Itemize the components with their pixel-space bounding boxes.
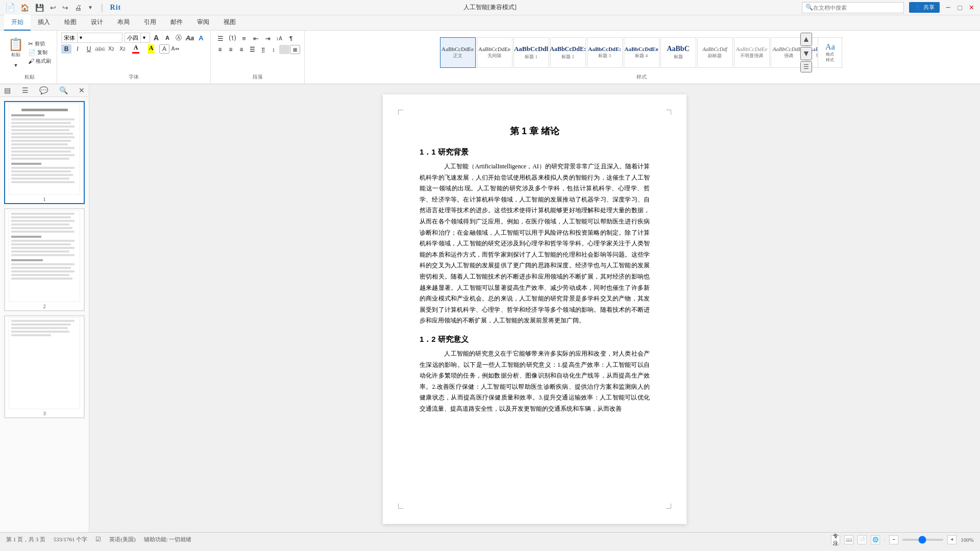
gallery-scroll-up[interactable]: ▲	[800, 33, 813, 46]
show-marks-button[interactable]: ¶	[285, 33, 297, 44]
shading-button[interactable]	[279, 45, 289, 54]
italic-button[interactable]: I	[72, 44, 83, 54]
style-item-h3[interactable]: AaBbCcDdE:标题 3	[587, 37, 623, 68]
panel-comments-view[interactable]: 💬	[39, 86, 48, 94]
sort-button[interactable]: ↕A	[274, 33, 285, 44]
tab-layout[interactable]: 布局	[110, 15, 137, 31]
page-thumb-2[interactable]: 2	[4, 208, 85, 311]
align-left-button[interactable]: ≡	[215, 45, 225, 54]
tab-mail[interactable]: 邮件	[163, 15, 190, 31]
style-item-subtitle[interactable]: AaBbCcDdf副标题	[697, 37, 733, 68]
page-thumb-1[interactable]: 1	[4, 101, 85, 204]
format-painter-button[interactable]: 🖌 格式刷	[27, 57, 53, 65]
strikethrough-button[interactable]: abc	[95, 44, 105, 54]
change-case-button[interactable]: Aa	[185, 33, 195, 42]
focus-button[interactable]: 专注	[831, 535, 840, 544]
spell-check-icon: ☑	[95, 536, 101, 543]
align-center-button[interactable]: ≡	[226, 45, 236, 54]
font-color-btn[interactable]: A	[129, 44, 143, 54]
increase-indent-button[interactable]: ⇥	[262, 33, 273, 44]
panel-search[interactable]: 🔍	[59, 86, 68, 94]
superscript-button[interactable]: X2	[117, 44, 128, 54]
qa-redo[interactable]: ↪	[61, 4, 69, 12]
zoom-in-button[interactable]: +	[947, 535, 957, 544]
tab-design[interactable]: 设计	[84, 15, 110, 31]
tab-insert[interactable]: 插入	[31, 15, 57, 31]
text-border-button[interactable]: A	[159, 44, 169, 54]
qa-save[interactable]: 💾	[34, 4, 45, 12]
share-button[interactable]: 👤 共享	[909, 2, 940, 13]
clear-format-button[interactable]: Ⓐ	[174, 33, 184, 42]
tab-references[interactable]: 引用	[137, 15, 163, 31]
qa-undo[interactable]: ↩	[49, 4, 57, 12]
page-view-button[interactable]: 📄	[857, 535, 867, 544]
panel-thumb-view[interactable]: ▤	[4, 86, 11, 94]
tab-draw[interactable]: 绘图	[57, 15, 84, 31]
style-item-no-spacing[interactable]: AaBbCcDdEe无间隔	[477, 37, 512, 68]
paste-button[interactable]: 📋 粘贴	[6, 35, 26, 61]
multilevel-button[interactable]: ≡	[238, 33, 250, 44]
panel-close[interactable]: ✕	[79, 86, 85, 94]
format-style-group: Aa 格式 样式	[817, 37, 843, 68]
text-effect-button[interactable]: A	[196, 33, 206, 42]
font-size-combo[interactable]: 小四 ▼	[125, 33, 150, 43]
numbering-button[interactable]: ⑴	[227, 33, 238, 44]
justify-button[interactable]: ☰	[247, 45, 257, 54]
word-count: 533/1761 个字	[54, 536, 87, 543]
style-item-title[interactable]: AaBbC标题	[660, 37, 696, 68]
page-thumb-num-2: 2	[43, 303, 46, 309]
style-item-h2[interactable]: AaBbCcDdE:标题 2	[550, 37, 586, 68]
minimize-button[interactable]: −	[945, 3, 951, 12]
style-item-subtle-em[interactable]: AaBbCcDdEe不明显强调	[734, 37, 770, 68]
section-1-heading: 1．1 研究背景	[420, 147, 650, 157]
page-thumb-num-1: 1	[43, 196, 46, 202]
zoom-out-button[interactable]: −	[889, 535, 898, 544]
char-spacing-button[interactable]: A⇔	[170, 44, 181, 54]
tab-review[interactable]: 审阅	[190, 15, 216, 31]
search-input[interactable]	[813, 5, 900, 11]
corner-tr	[666, 110, 671, 115]
font-size-arrow: ▼	[140, 33, 148, 42]
borders-button[interactable]: ⊞	[290, 45, 300, 54]
paste-dropdown[interactable]: ▼	[12, 61, 20, 70]
separator: |	[884, 537, 885, 543]
pages-panel: 1	[0, 97, 89, 422]
page-thumb-3[interactable]: 3	[4, 315, 85, 418]
qa-more[interactable]: ▼	[87, 5, 94, 10]
style-item-normal[interactable]: AaBbCcDdEe正文	[440, 37, 476, 68]
qa-home[interactable]: 🏠	[19, 4, 30, 12]
font-name-combo[interactable]: 宋体 ▼	[61, 33, 122, 43]
bold-button[interactable]: B	[61, 44, 71, 54]
bullets-button[interactable]: ☰	[215, 33, 226, 44]
font-grow-button[interactable]: A	[151, 33, 161, 42]
col-layout-button[interactable]: ⣿	[258, 45, 268, 54]
maximize-button[interactable]: □	[957, 4, 963, 12]
panel-outline-view[interactable]: ☰	[22, 86, 29, 94]
document-area[interactable]: 第 1 章 绪论 1．1 研究背景 人工智能（ArtificialIntelli…	[89, 84, 980, 532]
line-spacing-button[interactable]: ↕	[268, 45, 279, 54]
style-item-h1[interactable]: AaBbCcDdl标题 1	[513, 37, 549, 68]
page-info: 第 1 页，共 3 页	[6, 536, 45, 543]
web-view-button[interactable]: 🌐	[871, 535, 880, 544]
subscript-button[interactable]: X2	[106, 44, 116, 54]
font-color-char: A	[134, 44, 138, 52]
format-style-button[interactable]: Aa 格式 样式	[818, 37, 842, 68]
highlight-color-btn[interactable]: A	[144, 44, 158, 54]
underline-button[interactable]: U	[84, 44, 94, 54]
zoom-slider[interactable]	[902, 539, 943, 541]
cut-button[interactable]: ✂ 剪切	[27, 40, 53, 48]
zoom-level: 100%	[961, 537, 974, 543]
copy-button[interactable]: 📄 复制	[27, 48, 53, 57]
align-right-button[interactable]: ≡	[236, 45, 247, 54]
style-item-h4[interactable]: AaBbCcDdEe标题 4	[624, 37, 659, 68]
decrease-indent-button[interactable]: ⇤	[250, 33, 261, 44]
read-view-button[interactable]: 📖	[844, 535, 853, 544]
tab-start[interactable]: 开始	[4, 15, 31, 31]
qa-print[interactable]: 🖨	[74, 4, 83, 12]
font-shrink-button[interactable]: A	[162, 33, 173, 42]
gallery-scroll-down[interactable]: ▼	[800, 47, 813, 60]
tab-view[interactable]: 视图	[216, 15, 243, 31]
page-thumb-img-2	[9, 210, 80, 302]
close-button[interactable]: ×	[968, 3, 975, 12]
gallery-expand[interactable]: ☰	[800, 61, 813, 72]
